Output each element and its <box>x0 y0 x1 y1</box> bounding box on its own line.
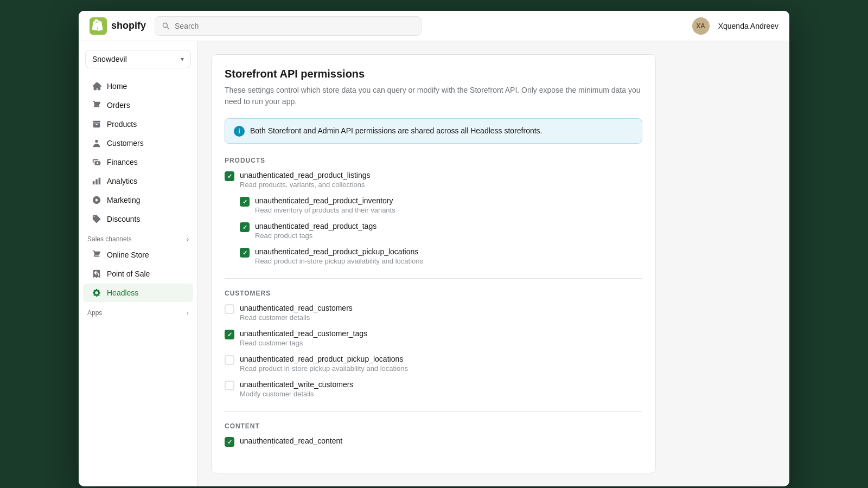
nav-headless[interactable]: Headless <box>83 284 193 302</box>
checkbox-write-customers[interactable] <box>225 381 234 390</box>
logo-text: shopify <box>111 20 146 31</box>
app-window: shopify XA Xquenda Andreev Snowdevil ▾ <box>79 11 789 486</box>
body: Snowdevil ▾ Home Orders <box>79 41 789 486</box>
store-name: Snowdevil <box>92 55 127 63</box>
products-label: Products <box>107 120 137 129</box>
checkbox-read-tags[interactable] <box>240 222 250 232</box>
nav-home[interactable]: Home <box>83 77 193 95</box>
checkbox-read-pickup-customers[interactable] <box>225 355 234 365</box>
user-name: Xquenda Andreev <box>718 22 778 30</box>
finances-icon <box>92 157 101 167</box>
online-store-icon <box>92 250 101 260</box>
online-store-label: Online Store <box>107 251 149 259</box>
pos-icon <box>92 269 101 279</box>
perm-name-read-customers: unauthenticated_read_customers <box>240 304 353 312</box>
checkbox-read-pickup[interactable] <box>240 248 250 258</box>
customers-label: Customers <box>107 139 144 147</box>
search-bar[interactable] <box>155 16 422 36</box>
avatar: XA <box>692 17 710 35</box>
nav-orders[interactable]: Orders <box>83 96 193 114</box>
nav-customers[interactable]: Customers <box>83 134 193 152</box>
permission-item-read-customer-tags: unauthenticated_read_customer_tags Read … <box>225 329 642 347</box>
nav-online-store[interactable]: Online Store <box>83 246 193 264</box>
permission-item-write-customers: unauthenticated_write_customers Modify c… <box>225 380 642 398</box>
products-icon <box>92 119 101 129</box>
perm-name-read-pickup: unauthenticated_read_product_pickup_loca… <box>255 247 423 256</box>
products-section-label: PRODUCTS <box>225 157 642 164</box>
perm-name-write-customers: unauthenticated_write_customers <box>240 380 353 389</box>
content-section-label: CONTENT <box>225 422 642 430</box>
logo-area: shopify <box>90 17 146 35</box>
info-banner-text: Both Storefront and Admin API permission… <box>250 125 542 137</box>
analytics-label: Analytics <box>107 177 137 185</box>
page-title: Storefront API permissions <box>225 68 642 80</box>
main-content: Storefront API permissions These setting… <box>198 41 789 486</box>
checkbox-read-inventory[interactable] <box>240 197 250 207</box>
page-description: These settings control which store data … <box>225 85 642 107</box>
permission-item-read-pickup: unauthenticated_read_product_pickup_loca… <box>240 247 642 265</box>
perm-desc-read-listings: Read products, variants, and collections <box>240 181 371 189</box>
discounts-icon <box>92 214 101 224</box>
perm-desc-read-customer-tags: Read customer tags <box>240 339 367 347</box>
permission-item-read-inventory: unauthenticated_read_product_inventory R… <box>240 196 642 214</box>
perm-name-read-customer-tags: unauthenticated_read_customer_tags <box>240 329 367 338</box>
permission-item-read-pickup-customers: unauthenticated_read_product_pickup_loca… <box>225 355 642 373</box>
checkbox-read-customer-tags[interactable] <box>225 330 234 339</box>
home-label: Home <box>107 82 127 91</box>
perm-desc-read-customers: Read customer details <box>240 313 353 322</box>
marketing-icon <box>92 195 101 205</box>
apps-chevron-icon[interactable]: › <box>187 309 189 317</box>
store-selector: Snowdevil ▾ <box>85 50 191 68</box>
discounts-label: Discounts <box>107 215 140 223</box>
perm-name-read-tags: unauthenticated_read_product_tags <box>255 222 376 230</box>
perm-desc-read-pickup-customers: Read product in-store pickup availabilit… <box>240 364 408 373</box>
chevron-down-icon: ▾ <box>181 55 184 63</box>
nav-analytics[interactable]: Analytics <box>83 172 193 190</box>
nav-marketing[interactable]: Marketing <box>83 191 193 209</box>
nav-products[interactable]: Products <box>83 115 193 133</box>
checkbox-read-customers[interactable] <box>225 304 234 314</box>
customers-icon <box>92 138 101 148</box>
perm-name-read-inventory: unauthenticated_read_product_inventory <box>255 196 395 205</box>
perm-name-read-listings: unauthenticated_read_product_listings <box>240 171 371 179</box>
header: shopify XA Xquenda Andreev <box>79 11 789 41</box>
checkbox-read-content[interactable] <box>225 437 234 447</box>
perm-desc-read-tags: Read product tags <box>255 232 376 240</box>
apps-section: Apps › <box>79 303 197 319</box>
headless-label: Headless <box>107 288 138 297</box>
headless-icon <box>92 288 101 298</box>
permission-item-read-tags: unauthenticated_read_product_tags Read p… <box>240 222 642 240</box>
content-card: Storefront API permissions These setting… <box>211 54 656 473</box>
sidebar: Snowdevil ▾ Home Orders <box>79 41 198 486</box>
apps-label: Apps <box>87 309 102 317</box>
divider-2 <box>225 411 642 412</box>
nav-finances[interactable]: Finances <box>83 153 193 171</box>
products-section: PRODUCTS unauthenticated_read_product_li… <box>225 157 642 265</box>
sales-channels-section: Sales channels › <box>79 229 197 245</box>
orders-icon <box>92 100 101 110</box>
sales-channels-label: Sales channels <box>87 235 131 243</box>
permission-item-read-listings: unauthenticated_read_product_listings Re… <box>225 171 642 189</box>
analytics-icon <box>92 176 101 186</box>
store-selector-button[interactable]: Snowdevil ▾ <box>85 50 191 68</box>
marketing-label: Marketing <box>107 196 140 204</box>
nav-point-of-sale[interactable]: Point of Sale <box>83 265 193 283</box>
search-icon <box>162 22 170 30</box>
perm-desc-read-inventory: Read inventory of products and their var… <box>255 206 395 214</box>
orders-label: Orders <box>107 101 130 110</box>
info-banner: i Both Storefront and Admin API permissi… <box>225 118 642 144</box>
perm-name-read-pickup-customers: unauthenticated_read_product_pickup_loca… <box>240 355 408 363</box>
nav-discounts[interactable]: Discounts <box>83 210 193 228</box>
home-icon <box>92 81 101 91</box>
search-input[interactable] <box>175 22 414 30</box>
sales-channels-chevron-icon[interactable]: › <box>187 235 189 243</box>
permission-item-read-content: unauthenticated_read_content <box>225 436 642 447</box>
pos-label: Point of Sale <box>107 269 150 278</box>
perm-name-read-content: unauthenticated_read_content <box>240 436 342 445</box>
checkbox-read-listings[interactable] <box>225 171 234 181</box>
shopify-logo-icon <box>90 17 107 35</box>
divider-1 <box>225 278 642 279</box>
customers-section-label: CUSTOMERS <box>225 290 642 297</box>
customers-section: CUSTOMERS unauthenticated_read_customers… <box>225 290 642 398</box>
content-section: CONTENT unauthenticated_read_content <box>225 422 642 447</box>
